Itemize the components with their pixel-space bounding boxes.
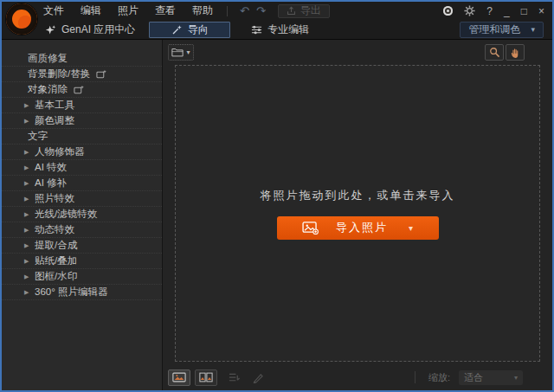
manage-color-dropdown[interactable]: 管理和调色 ▾ bbox=[460, 22, 544, 38]
menu-view[interactable]: 查看 bbox=[155, 3, 176, 18]
close-button[interactable]: × bbox=[538, 6, 544, 16]
minimize-button[interactable]: _ bbox=[504, 6, 510, 16]
sidebar-item-label: 照片特效 bbox=[35, 192, 74, 205]
menu-file[interactable]: 文件 bbox=[43, 3, 64, 18]
sidebar-item-label: 文字 bbox=[28, 130, 48, 143]
sidebar-item-stickers-overlay[interactable]: ▶ 贴纸/叠加 bbox=[2, 254, 162, 269]
tools-sidebar: 画质修复 背景删除/替换 对象消除 ▶ 基本工具 bbox=[2, 40, 163, 390]
sidebar-item-ai-effects[interactable]: ▶ AI 特效 bbox=[2, 160, 162, 176]
sidebar-item-object-removal[interactable]: 对象消除 bbox=[2, 82, 162, 98]
history-list-icon[interactable] bbox=[229, 372, 241, 383]
app-window: 文件 编辑 照片 查看 帮助 ↶ ↷ 导出 ? _ □ bbox=[0, 0, 554, 392]
import-photos-label: 导入照片 bbox=[336, 220, 388, 235]
hand-icon bbox=[510, 47, 521, 58]
single-photo-icon bbox=[172, 372, 186, 382]
wand-icon bbox=[171, 24, 183, 35]
single-view-button[interactable] bbox=[168, 370, 190, 386]
drop-hint-text: 将照片拖动到此处，或单击来导入 bbox=[261, 188, 455, 203]
tab-guided[interactable]: 导向 bbox=[149, 22, 230, 38]
sidebar-item-quality-repair[interactable]: 画质修复 bbox=[2, 51, 162, 67]
expander-icon: ▶ bbox=[24, 102, 35, 109]
sidebar-item-label: 图框/水印 bbox=[35, 270, 77, 283]
manage-color-label: 管理和调色 bbox=[468, 22, 520, 37]
sidebar-item-label: 颜色调整 bbox=[35, 114, 74, 127]
app-logo-icon bbox=[6, 3, 37, 35]
expander-icon: ▶ bbox=[24, 242, 35, 249]
export-button[interactable]: 导出 bbox=[278, 4, 330, 18]
photo-drop-zone[interactable]: 将照片拖动到此处，或单击来导入 导入照片 ▾ bbox=[175, 65, 540, 362]
export-label: 导出 bbox=[300, 3, 321, 18]
menu-photo[interactable]: 照片 bbox=[118, 3, 138, 18]
divider bbox=[415, 371, 416, 383]
sidebar-item-label: 人物修饰器 bbox=[35, 145, 85, 158]
genai-hub-label: GenAI 应用中心 bbox=[61, 22, 135, 37]
browse-folder-button[interactable]: ▾ bbox=[168, 44, 194, 61]
menubar: 文件 编辑 照片 查看 帮助 bbox=[43, 3, 213, 18]
genai-hub-button[interactable]: GenAI 应用中心 bbox=[45, 22, 135, 37]
expander-icon: ▶ bbox=[24, 149, 35, 156]
expander-icon: ▶ bbox=[24, 258, 35, 265]
tab-pro-edit[interactable]: 专业编辑 bbox=[251, 22, 309, 37]
sidebar-item-people-retoucher[interactable]: ▶ 人物修饰器 bbox=[2, 145, 162, 160]
help-button[interactable]: ? bbox=[486, 6, 493, 16]
sidebar-item-label: 对象消除 bbox=[28, 83, 68, 96]
sidebar-item-motion-effects[interactable]: ▶ 动态特效 bbox=[2, 222, 162, 238]
sidebar-item-light-filter-effects[interactable]: ▶ 光线/滤镜特效 bbox=[2, 207, 162, 222]
sidebar-item-360-editor[interactable]: ▶ 360° 照片编辑器 bbox=[2, 285, 162, 300]
sidebar-item-basic-tools[interactable]: ▶ 基本工具 bbox=[2, 98, 162, 113]
sidebar-item-label: 画质修复 bbox=[28, 52, 68, 65]
sliders-icon bbox=[251, 24, 262, 35]
mode-navbar: GenAI 应用中心 导向 专业编辑 管理和调色 ▾ bbox=[2, 20, 552, 40]
gear-icon[interactable] bbox=[464, 5, 475, 16]
sidebar-item-text[interactable]: 文字 bbox=[2, 129, 162, 145]
viewer-bottom-bar: 缩放: 适合 ▾ bbox=[163, 366, 552, 390]
expander-icon: ▶ bbox=[24, 118, 35, 125]
account-icon[interactable] bbox=[443, 6, 453, 16]
canvas-toolbar: ▾ bbox=[163, 40, 552, 62]
undo-icon[interactable]: ↶ bbox=[240, 5, 249, 16]
maximize-button[interactable]: □ bbox=[521, 6, 527, 16]
ai-badge-icon bbox=[96, 69, 106, 80]
zoom-tool-button[interactable] bbox=[485, 44, 504, 61]
magnifier-icon bbox=[489, 47, 500, 58]
editor-content: ▾ 将照片拖动到此 bbox=[163, 40, 552, 390]
sidebar-item-label: 动态特效 bbox=[35, 223, 74, 236]
chevron-down-icon: ▾ bbox=[531, 25, 535, 34]
window-controls: ? _ □ × bbox=[443, 5, 552, 16]
compare-view-button[interactable] bbox=[195, 370, 217, 386]
expander-icon: ▶ bbox=[24, 196, 35, 202]
sidebar-item-frames-watermark[interactable]: ▶ 图框/水印 bbox=[2, 269, 162, 285]
redo-icon[interactable]: ↷ bbox=[256, 5, 266, 16]
zoom-level-dropdown[interactable]: 适合 ▾ bbox=[459, 370, 523, 385]
expander-icon: ▶ bbox=[24, 164, 35, 171]
sidebar-item-label: AI 特效 bbox=[35, 161, 67, 174]
sidebar-item-extract-compose[interactable]: ▶ 提取/合成 bbox=[2, 238, 162, 254]
import-photos-button[interactable]: 导入照片 ▾ bbox=[277, 216, 439, 240]
expander-icon: ▶ bbox=[24, 211, 35, 218]
sidebar-item-background-removal[interactable]: 背景删除/替换 bbox=[2, 67, 162, 82]
expander-icon: ▶ bbox=[24, 273, 35, 280]
sidebar-item-ai-repair[interactable]: ▶ AI 修补 bbox=[2, 176, 162, 191]
sidebar-item-photo-effects[interactable]: ▶ 照片特效 bbox=[2, 191, 162, 207]
export-icon bbox=[287, 6, 296, 16]
sidebar-item-label: 提取/合成 bbox=[35, 239, 77, 252]
zoom-level-value: 适合 bbox=[464, 371, 483, 384]
sidebar-item-label: 基本工具 bbox=[35, 99, 74, 112]
import-dropdown-chevron-icon[interactable]: ▾ bbox=[409, 223, 413, 233]
ai-badge-icon bbox=[74, 85, 84, 95]
expander-icon: ▶ bbox=[24, 227, 35, 234]
photo-import-icon bbox=[302, 222, 319, 235]
sidebar-item-label: AI 修补 bbox=[35, 177, 67, 190]
pen-adjust-icon[interactable] bbox=[252, 372, 264, 383]
tab-guided-label: 导向 bbox=[188, 22, 209, 37]
sparkle-icon bbox=[45, 24, 56, 35]
zoom-label: 缩放: bbox=[428, 371, 450, 384]
menu-edit[interactable]: 编辑 bbox=[81, 3, 101, 18]
sidebar-item-color-adjust[interactable]: ▶ 颜色调整 bbox=[2, 113, 162, 129]
menu-help[interactable]: 帮助 bbox=[192, 3, 213, 18]
sidebar-item-label: 背景删除/替换 bbox=[28, 67, 90, 80]
folder-icon bbox=[171, 48, 184, 57]
sidebar-item-label: 光线/滤镜特效 bbox=[35, 208, 97, 221]
pan-hand-tool-button[interactable] bbox=[506, 44, 525, 61]
chevron-down-icon: ▾ bbox=[514, 374, 518, 382]
